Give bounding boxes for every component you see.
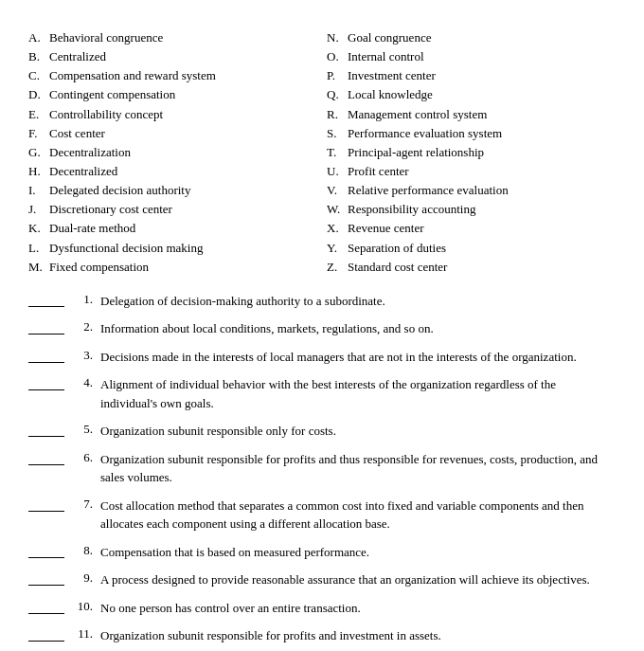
term-text: Delegated decision authority	[49, 181, 190, 200]
question-row: 6. Organization subunit responsible for …	[28, 450, 616, 487]
term-letter: N.	[327, 28, 344, 47]
term-letter: Y.	[327, 239, 344, 258]
terms-column-right: N.Goal congruenceO.Internal controlP.Inv…	[327, 28, 616, 277]
term-item: X.Revenue center	[327, 219, 616, 238]
term-item: Q.Local knowledge	[327, 85, 616, 104]
question-text: Delegation of decision-making authority …	[100, 292, 616, 311]
term-item: Z.Standard cost center	[327, 258, 616, 277]
term-text: Standard cost center	[348, 258, 447, 277]
answer-blank[interactable]	[28, 350, 64, 363]
term-letter: S.	[327, 124, 344, 143]
term-text: Controllability concept	[49, 105, 163, 124]
term-item: L.Dysfunctional decision making	[28, 239, 317, 258]
answer-blank[interactable]	[28, 294, 64, 307]
answer-blank[interactable]	[28, 601, 64, 614]
terms-column-left: A.Behavioral congruenceB.CentralizedC.Co…	[28, 28, 317, 277]
question-number: 11.	[72, 626, 93, 642]
term-item: S.Performance evaluation system	[327, 124, 616, 143]
term-letter: W.	[327, 200, 344, 219]
question-number: 2.	[72, 319, 93, 335]
question-row: 7. Cost allocation method that separates…	[28, 497, 616, 533]
question-row: 2. Information about local conditions, m…	[28, 319, 616, 338]
term-letter: E.	[28, 105, 45, 124]
answer-blank[interactable]	[28, 545, 64, 558]
question-text: Alignment of individual behavior with th…	[100, 375, 616, 412]
term-text: Compensation and reward system	[49, 66, 216, 85]
term-text: Centralized	[49, 47, 106, 66]
question-text: A process designed to provide reasonable…	[100, 570, 616, 589]
term-text: Local knowledge	[348, 85, 433, 104]
question-number: 6.	[72, 450, 93, 465]
term-letter: R.	[327, 105, 344, 124]
term-item: V.Relative performance evaluation	[327, 181, 616, 200]
answer-blank[interactable]	[28, 377, 64, 390]
term-item: W.Responsibility accounting	[327, 200, 616, 219]
question-row: 11. Organization subunit responsible for…	[28, 626, 616, 645]
answer-blank[interactable]	[28, 321, 64, 335]
term-item: U.Profit center	[327, 162, 616, 181]
term-text: Profit center	[348, 162, 409, 181]
question-number: 5.	[72, 422, 93, 437]
term-letter: C.	[28, 66, 45, 85]
term-item: B.Centralized	[28, 47, 317, 66]
question-text: Organization subunit responsible for pro…	[100, 626, 616, 645]
question-row: 5. Organization subunit responsible only…	[28, 422, 616, 441]
term-letter: F.	[28, 124, 45, 143]
question-number: 1.	[72, 292, 93, 307]
term-text: Performance evaluation system	[348, 124, 502, 143]
question-number: 7.	[72, 497, 93, 512]
term-letter: H.	[28, 162, 45, 181]
term-item: I.Delegated decision authority	[28, 181, 317, 200]
term-item: A.Behavioral congruence	[28, 28, 317, 47]
term-item: O.Internal control	[327, 47, 616, 66]
term-letter: P.	[327, 66, 344, 85]
term-item: T.Principal-agent relationship	[327, 143, 616, 162]
term-text: Revenue center	[348, 219, 423, 238]
term-text: Goal congruence	[348, 28, 431, 47]
term-text: Internal control	[348, 47, 424, 66]
question-text: Decisions made in the interests of local…	[100, 348, 616, 367]
term-text: Responsibility accounting	[348, 200, 475, 219]
term-text: Behavioral congruence	[49, 28, 163, 47]
term-text: Dysfunctional decision making	[49, 239, 203, 258]
question-row: 1. Delegation of decision-making authori…	[28, 292, 616, 311]
term-item: G.Decentralization	[28, 143, 317, 162]
term-item: F.Cost center	[28, 124, 317, 143]
term-text: Management control system	[348, 105, 487, 124]
term-letter: B.	[28, 47, 45, 66]
question-text: Organization subunit responsible for pro…	[100, 450, 616, 487]
question-row: 8. Compensation that is based on measure…	[28, 543, 616, 562]
term-text: Separation of duties	[348, 239, 446, 258]
question-row: 3. Decisions made in the interests of lo…	[28, 348, 616, 367]
answer-blank[interactable]	[28, 572, 64, 586]
term-letter: A.	[28, 28, 45, 47]
term-text: Contingent compensation	[49, 85, 175, 104]
question-text: Compensation that is based on measured p…	[100, 543, 616, 562]
question-row: 9. A process designed to provide reasona…	[28, 570, 616, 589]
answer-blank[interactable]	[28, 452, 64, 465]
term-letter: J.	[28, 200, 45, 219]
term-letter: G.	[28, 143, 45, 162]
question-number: 8.	[72, 543, 93, 558]
term-letter: L.	[28, 239, 45, 258]
term-item: E.Controllability concept	[28, 105, 317, 124]
term-letter: T.	[327, 143, 344, 162]
term-item: R.Management control system	[327, 105, 616, 124]
questions-section: 1. Delegation of decision-making authori…	[28, 292, 616, 645]
question-number: 10.	[72, 599, 93, 614]
answer-blank[interactable]	[28, 498, 64, 512]
term-item: K.Dual-rate method	[28, 219, 317, 238]
answer-blank[interactable]	[28, 424, 64, 437]
term-item: H.Decentralized	[28, 162, 317, 181]
question-text: No one person has control over an entire…	[100, 599, 616, 618]
terms-grid: A.Behavioral congruenceB.CentralizedC.Co…	[28, 28, 616, 277]
term-text: Decentralization	[49, 143, 131, 162]
term-letter: O.	[327, 47, 344, 66]
term-text: Discretionary cost center	[49, 200, 172, 219]
term-item: M.Fixed compensation	[28, 258, 317, 277]
term-letter: I.	[28, 181, 45, 200]
term-text: Cost center	[49, 124, 105, 143]
question-row: 4. Alignment of individual behavior with…	[28, 375, 616, 412]
answer-blank[interactable]	[28, 628, 64, 642]
question-number: 3.	[72, 348, 93, 363]
